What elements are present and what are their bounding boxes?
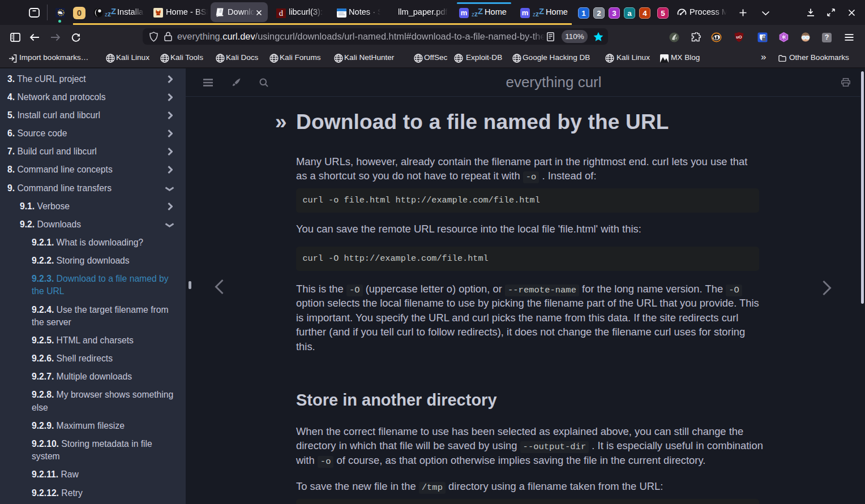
svg-text:uO: uO	[736, 35, 742, 40]
